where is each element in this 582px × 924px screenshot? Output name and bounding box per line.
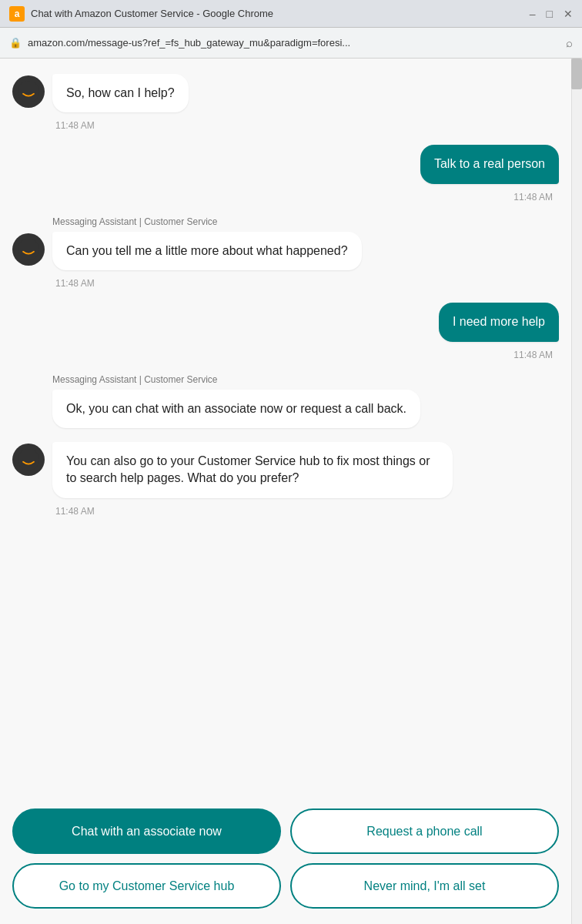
message-group-5: Ok, you can chat with an associate now o… — [12, 390, 559, 428]
never-mind-button[interactable]: Never mind, I'm all set — [290, 863, 559, 909]
chat-container: So, how can I help? 11:48 AM Talk to a r… — [0, 59, 571, 924]
message-text: You can also go to your Customer Service… — [66, 454, 430, 484]
action-buttons: Chat with an associate now Request a pho… — [0, 798, 571, 924]
sender-label-2: Messaging Assistant | Customer Service — [52, 374, 559, 385]
messages-area: So, how can I help? 11:48 AM Talk to a r… — [0, 59, 571, 798]
window-title: Chat with Amazon Customer Service - Goog… — [31, 8, 530, 19]
timestamp-row: 11:48 AM — [12, 346, 559, 360]
app-icon: a — [9, 6, 25, 22]
user-bubble: Talk to a real person — [420, 145, 559, 183]
message-text: So, how can I help? — [66, 86, 175, 99]
message-group-4: I need more help 11:48 AM — [12, 303, 559, 360]
bubble-wrap: I need more help — [439, 303, 559, 341]
message-text: Can you tell me a little more about what… — [66, 244, 348, 257]
message-group-2: Talk to a real person 11:48 AM — [12, 145, 559, 202]
timestamp-row: 11:48 AM — [12, 189, 559, 203]
chat-with-associate-button[interactable]: Chat with an associate now — [12, 808, 281, 854]
bubble-wrap: You can also go to your Customer Service… — [52, 442, 453, 498]
bot-bubble: Can you tell me a little more about what… — [52, 232, 362, 270]
maximize-button[interactable]: □ — [547, 8, 553, 20]
window-controls[interactable]: – □ ✕ — [530, 8, 573, 20]
message-group-6: You can also go to your Customer Service… — [12, 442, 559, 517]
timestamp-row: 11:48 AM — [12, 275, 559, 289]
message-row: You can also go to your Customer Service… — [12, 442, 559, 498]
avatar — [12, 444, 45, 476]
scrollbar-track — [571, 59, 582, 924]
avatar — [12, 233, 45, 266]
bubble-wrap: Talk to a real person — [420, 145, 559, 183]
message-group-1: So, how can I help? 11:48 AM — [12, 74, 559, 131]
scrollbar-thumb[interactable] — [571, 59, 582, 89]
bot-bubble: You can also go to your Customer Service… — [52, 442, 453, 498]
go-to-hub-button[interactable]: Go to my Customer Service hub — [12, 863, 281, 909]
bot-bubble: Ok, you can chat with an associate now o… — [52, 390, 420, 428]
message-text: Ok, you can chat with an associate now o… — [66, 402, 406, 415]
svg-point-1 — [18, 239, 39, 260]
message-row: Can you tell me a little more about what… — [12, 232, 559, 270]
user-bubble: I need more help — [439, 303, 559, 341]
bubble-wrap: Can you tell me a little more about what… — [52, 232, 362, 270]
request-phone-call-button[interactable]: Request a phone call — [290, 808, 559, 854]
timestamp: 11:48 AM — [52, 120, 98, 131]
message-row: I need more help — [12, 303, 559, 341]
message-row: Ok, you can chat with an associate now o… — [12, 390, 559, 428]
svg-point-2 — [18, 449, 39, 470]
message-group-3: Can you tell me a little more about what… — [12, 232, 559, 289]
message-row: So, how can I help? — [12, 74, 559, 112]
url-text[interactable]: amazon.com/message-us?ref_=fs_hub_gatewa… — [28, 37, 560, 49]
timestamp: 11:48 AM — [52, 506, 98, 517]
message-text: I need more help — [453, 315, 545, 328]
titlebar: a Chat with Amazon Customer Service - Go… — [0, 0, 582, 28]
search-icon[interactable]: ⌕ — [566, 36, 573, 49]
lock-icon: 🔒 — [9, 37, 22, 49]
message-text: Talk to a real person — [434, 157, 545, 170]
timestamp: 11:48 AM — [52, 278, 98, 289]
bubble-wrap: Ok, you can chat with an associate now o… — [52, 390, 420, 428]
minimize-button[interactable]: – — [530, 8, 536, 20]
svg-point-0 — [18, 81, 39, 102]
bubble-wrap: So, how can I help? — [52, 74, 189, 112]
close-button[interactable]: ✕ — [564, 8, 573, 20]
timestamp: 11:48 AM — [510, 192, 556, 203]
timestamp-row: 11:48 AM — [12, 117, 559, 131]
sender-label: Messaging Assistant | Customer Service — [52, 216, 559, 227]
avatar — [12, 75, 45, 108]
timestamp-row: 11:48 AM — [12, 503, 559, 517]
bot-bubble: So, how can I help? — [52, 74, 189, 112]
address-bar: 🔒 amazon.com/message-us?ref_=fs_hub_gate… — [0, 28, 582, 59]
timestamp: 11:48 AM — [510, 350, 556, 360]
message-row: Talk to a real person — [12, 145, 559, 183]
